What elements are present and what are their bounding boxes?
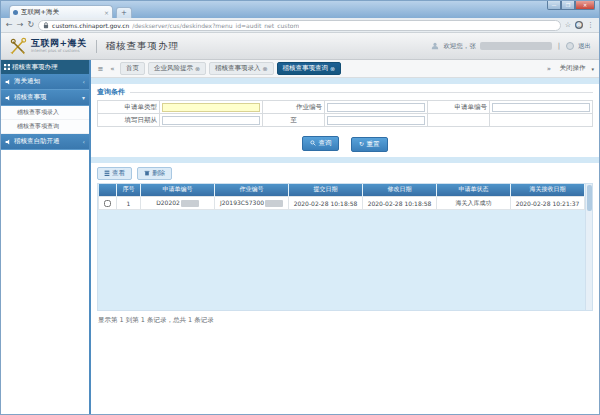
new-tab-button[interactable]: + [116, 7, 132, 18]
module-icon [4, 64, 10, 70]
close-operations-dropdown[interactable]: 关闭操作 [559, 64, 585, 73]
job-no-input[interactable] [327, 103, 425, 112]
scrollbar-thumb[interactable] [587, 185, 592, 211]
cell-status: 海关入库成功 [437, 197, 511, 210]
welcome-text: 欢迎您，张 [443, 42, 476, 51]
date-to-label: 至 [263, 114, 325, 127]
sidebar-item-customs-notice[interactable]: 海关通知 ‹ [1, 74, 89, 90]
grid-actions: 查看 删除 [91, 163, 599, 183]
menu-icon[interactable]: ≡ [96, 65, 105, 73]
pagination-info: 显示第 1 到第 1 条记录，总共 1 条记录 [91, 311, 599, 330]
logout-icon[interactable] [566, 42, 574, 50]
chevron-left-icon: ‹ [83, 138, 85, 145]
cell-submit-date: 2020-02-28 10:18:58 [289, 197, 363, 210]
tab-label: 稽核查事项查询 [283, 64, 329, 73]
sidebar-item-label: 海关通知 [14, 77, 40, 86]
page-title: 稽核查事项办理 [106, 40, 180, 53]
search-icon [310, 140, 316, 146]
tab-audit-query[interactable]: 稽核查事项查询 ⊗ [277, 62, 342, 75]
header-divider [96, 40, 97, 53]
browser-menu-icon[interactable]: ⋮ [587, 21, 594, 29]
tab-close-icon[interactable]: ⊗ [263, 65, 268, 72]
search-form: 申请单类型 作业编号 申请单编号 填写日期从 至 [97, 100, 593, 127]
section-title: 查询条件 [97, 87, 125, 97]
window-minimize-button[interactable]: — [547, 1, 561, 10]
reset-button[interactable]: ↻ 重置 [351, 137, 388, 152]
expand-right-icon[interactable]: » [544, 65, 553, 73]
search-panel: 查询条件 申请单类型 作业编号 申请单编号 填写日 [91, 84, 599, 157]
trash-icon [144, 170, 150, 176]
section-line [130, 92, 593, 93]
customs-logo-icon [9, 37, 28, 56]
sidebar-subitem-audit-query[interactable]: 稽核查事项查询 [1, 120, 89, 134]
collapse-left-icon[interactable]: « [108, 65, 117, 73]
bookmark-star-icon[interactable]: ☆ [565, 21, 571, 29]
row-checkbox[interactable] [104, 200, 111, 207]
app-type-input[interactable] [162, 103, 260, 112]
app-no-input[interactable] [492, 103, 590, 112]
tab-audit-entry[interactable]: 稽核查事项录入 ⊗ [209, 62, 274, 75]
redacted-username [480, 42, 552, 50]
tabbar-right: » 关闭操作 ▾ [544, 64, 594, 73]
header-submit-date: 提交日期 [289, 184, 363, 197]
header-modify-date: 修改日期 [363, 184, 437, 197]
header-seq: 序号 [117, 184, 141, 197]
speaker-icon [5, 95, 11, 101]
table-header-row: 序号 申请单编号 作业编号 提交日期 修改日期 申请单状态 海关接收日期 [99, 184, 585, 197]
search-buttons: 查询 ↻ 重置 [97, 127, 593, 157]
url-bar[interactable]: customs.chinaport.gov.cn /deskserver/cus… [38, 20, 561, 31]
table-row[interactable]: 1 D20202 J20193C57300 2020-02-28 10:18:5… [99, 197, 585, 210]
tab-bar: ≡ « 首页 企业风险提示 ⊗ 稽核查事项录入 ⊗ 稽核查事项查询 ⊗ [91, 60, 599, 78]
grid-scrollbar[interactable] [585, 184, 592, 310]
sidebar-item-label: 稽核查自助开通 [14, 137, 60, 146]
delete-button[interactable]: 删除 [137, 167, 172, 180]
window-maximize-button[interactable]: ❐ [561, 1, 575, 10]
logout-button[interactable]: 退出 [578, 42, 591, 51]
browser-tab[interactable]: 互联网+海关 × [9, 5, 113, 18]
user-icon [431, 42, 439, 50]
tab-close-icon[interactable]: × [104, 9, 109, 16]
date-from-input[interactable] [162, 116, 260, 125]
sidebar-item-audit-matters[interactable]: 稽核查事项 ▾ [1, 90, 89, 106]
tab-title: 互联网+海关 [21, 8, 101, 17]
redacted-job-no [265, 200, 283, 207]
view-button-label: 查看 [112, 169, 125, 178]
header-user-area: 欢迎您，张 | 退出 [431, 42, 591, 51]
date-from-label: 填写日期从 [98, 114, 160, 127]
view-button[interactable]: 查看 [97, 167, 132, 180]
query-button[interactable]: 查询 [302, 136, 339, 151]
content-filler [91, 330, 599, 415]
sidebar-item-self-service[interactable]: 稽核查自助开通 ‹ [1, 134, 89, 150]
content-body: 查询条件 申请单类型 作业编号 申请单编号 填写日 [91, 78, 599, 414]
job-no-label: 作业编号 [263, 101, 325, 114]
main-area: 稽核查事项办理 海关通知 ‹ 稽核查事项 ▾ 稽核查事项录入 稽核查事项查询 稽… [1, 60, 599, 414]
logo-text: 互联网+海关 internet plus of customs [31, 39, 87, 53]
cell-job-no: J20193C57300 [215, 197, 289, 210]
sidebar-subitem-audit-entry[interactable]: 稽核查事项录入 [1, 106, 89, 120]
window-controls: — ❐ ✕ [547, 1, 595, 10]
browser-addressbar: ← → ↻ customs.chinaport.gov.cn /deskserv… [1, 18, 599, 33]
reset-button-label: 重置 [367, 140, 380, 149]
result-grid-container: 序号 申请单编号 作业编号 提交日期 修改日期 申请单状态 海关接收日期 [97, 183, 593, 311]
tab-close-icon[interactable]: ⊗ [195, 65, 200, 72]
url-domain: customs.chinaport.gov.cn [52, 22, 129, 29]
window-close-button[interactable]: ✕ [575, 1, 595, 10]
cell-customs-date: 2020-02-28 10:21:37 [511, 197, 585, 210]
date-to-input[interactable] [327, 116, 425, 125]
delete-button-label: 删除 [152, 169, 165, 178]
view-icon [104, 170, 110, 176]
browser-profile-icon[interactable]: ☻ [575, 21, 583, 29]
browser-window: 互联网+海关 × + — ❐ ✕ ← → ↻ customs.chinaport… [0, 0, 600, 415]
refresh-icon[interactable]: ↻ [27, 21, 34, 29]
tab-close-icon[interactable]: ⊗ [330, 65, 335, 72]
header-status: 申请单状态 [437, 184, 511, 197]
header-customs-date: 海关接收日期 [511, 184, 585, 197]
tab-enterprise-risk[interactable]: 企业风险提示 ⊗ [148, 62, 206, 75]
header-separator: | [558, 42, 560, 50]
tab-home[interactable]: 首页 [120, 62, 145, 75]
back-icon[interactable]: ← [6, 21, 13, 29]
forward-icon[interactable]: → [17, 21, 24, 29]
cell-seq: 1 [117, 197, 141, 210]
tab-label: 稽核查事项录入 [215, 64, 261, 73]
app-no-label: 申请单编号 [428, 101, 490, 114]
